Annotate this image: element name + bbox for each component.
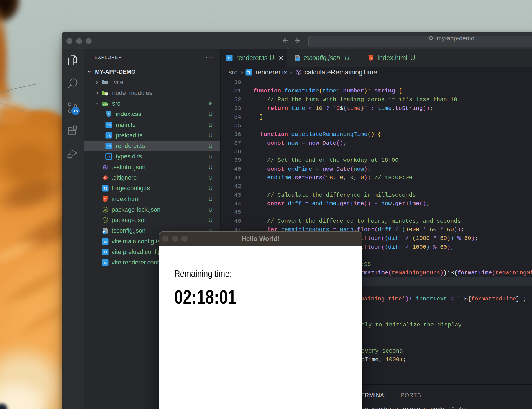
svg-text:TS: TS [247,71,250,74]
svg-text:JS: JS [104,219,107,222]
svg-text:TS: TS [107,124,110,127]
svg-text:TS: TS [296,58,299,61]
svg-text:TS: TS [103,240,107,243]
svg-text:3: 3 [108,112,110,116]
svg-text:5: 5 [104,197,106,201]
svg-text:TS: TS [107,145,110,148]
svg-text:JS: JS [104,208,107,211]
svg-text:TS: TS [103,261,107,264]
svg-text:5: 5 [370,56,372,60]
svg-text:TS: TS [103,231,105,233]
svg-text:TS: TS [107,134,110,137]
svg-text:TS: TS [103,187,107,190]
svg-text:TS: TS [107,155,111,158]
svg-text:</>: </> [103,103,108,106]
svg-text:TS: TS [227,56,231,60]
svg-text:TS: TS [103,251,107,254]
